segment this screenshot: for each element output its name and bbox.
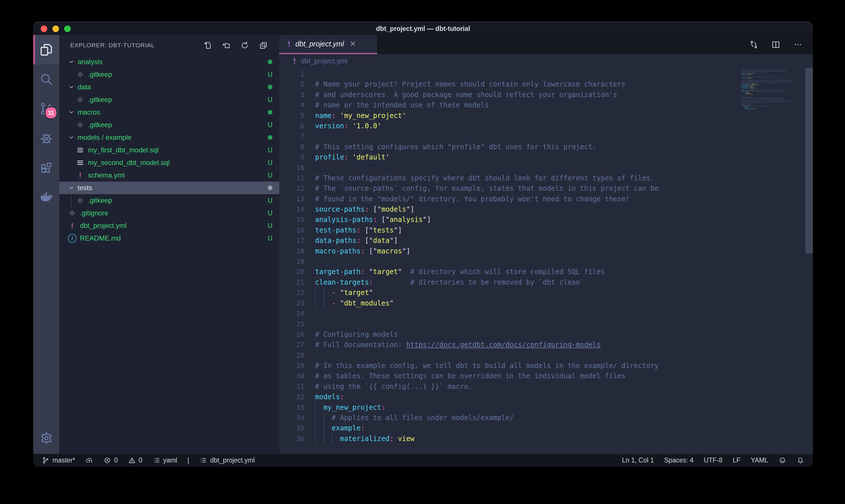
activity-settings-button[interactable] [33, 422, 59, 454]
code-line-10[interactable]: 10 [279, 163, 813, 173]
code-line-21[interactable]: 21clean-targets: # directories to be rem… [279, 277, 813, 288]
split-editor-button[interactable] [771, 40, 780, 49]
code-line-17[interactable]: 17data-paths: ["data"] [279, 235, 813, 246]
code-line-14[interactable]: 14source-paths: ["models"] [279, 204, 813, 215]
code-line-2[interactable]: 2# Name your project! Project names shou… [279, 79, 813, 89]
code-line-12[interactable]: 12# The `source-paths` config, for examp… [279, 183, 813, 194]
tree-item-label: .gitkeep [88, 96, 261, 104]
tree-row-dbt-project-yml[interactable]: !dbt_project.ymlU [59, 219, 279, 232]
status-left-master-[interactable]: master* [42, 456, 75, 464]
status-left-cloud-upload[interactable] [85, 456, 93, 464]
status-left-0[interactable]: 0 [103, 456, 118, 464]
code-line-3[interactable]: 3# and underscores. A good package name … [279, 90, 813, 100]
minimap[interactable]: # Name your project! Project names shoul… [742, 69, 803, 452]
tree-row--gitkeep[interactable]: .gitkeepU [59, 119, 279, 131]
status-right-smiley[interactable] [778, 456, 786, 464]
code-line-15[interactable]: 15analysis-paths: ["analysis"] [279, 215, 813, 225]
line-number: 24 [279, 308, 304, 319]
refresh-button[interactable] [240, 41, 249, 50]
breadcrumb[interactable]: ! dbt_project.yml [279, 54, 813, 68]
code-line-32[interactable]: 32models: [279, 392, 813, 402]
code-line-19[interactable]: 19 [279, 256, 813, 267]
status-left-yaml[interactable]: yaml [153, 456, 177, 464]
code-line-9[interactable]: 9profile: 'default' [279, 152, 813, 162]
tree-row-my-second-dbt-model-sql[interactable]: my_second_dbt_model.sqlU [59, 156, 279, 169]
new-file-button[interactable] [203, 41, 212, 50]
code-line-23[interactable]: 23 - "dbt_modules" [279, 298, 813, 308]
code-line-28[interactable]: 28 [279, 350, 813, 361]
code-editor[interactable]: 12# Name your project! Project names sho… [279, 68, 813, 454]
tree-row-my-first-dbt-model-sql[interactable]: my_first_dbt_model.sqlU [59, 144, 279, 156]
status-left: master*00yaml|dbt_project.yml [42, 456, 255, 464]
status-right-ln-1-col-1[interactable]: Ln 1, Col 1 [622, 456, 654, 464]
code-line-13[interactable]: 13# found in the "models/" directory. Yo… [279, 194, 813, 204]
code-line-1[interactable]: 1 [279, 69, 813, 79]
activity-extensions-button[interactable] [33, 153, 59, 182]
code-line-34[interactable]: 34 # Applies to all files under models/e… [279, 413, 813, 423]
tree-row-data[interactable]: data [59, 81, 279, 93]
tree-row--gitignore[interactable]: .gitignoreU [59, 207, 279, 219]
code-line-16[interactable]: 16test-paths: ["tests"] [279, 225, 813, 235]
line-number: 29 [279, 361, 304, 371]
code-line-7[interactable]: 7 [279, 131, 813, 142]
code-line-33[interactable]: 33 my_new_project: [279, 402, 813, 413]
code-line-18[interactable]: 18macro-paths: ["macros"] [279, 246, 813, 256]
tree-row-schema-yml[interactable]: !schema.ymlU [59, 169, 279, 182]
code-line-36[interactable]: 36 materialized: view [279, 434, 813, 444]
code-line-22[interactable]: 22 - "target" [279, 288, 813, 298]
git-file-icon [76, 196, 85, 205]
line-content: # using the `{{ config(...) }}` macro. [315, 381, 472, 392]
status-right-bell[interactable] [796, 456, 804, 464]
chevron-down-icon [68, 58, 75, 65]
tree-row-tests[interactable]: tests [59, 182, 279, 194]
activity-source-control-button[interactable]: 11 [33, 94, 59, 123]
code-line-24[interactable]: 24 [279, 308, 813, 319]
git-file-icon [68, 209, 76, 217]
status-right-yaml[interactable]: YAML [751, 456, 768, 464]
tree-row--gitkeep[interactable]: .gitkeepU [59, 68, 279, 81]
tree-row-models-example[interactable]: models / example [59, 131, 279, 144]
tree-row--gitkeep[interactable]: .gitkeepU [59, 194, 279, 207]
code-line-27[interactable]: 27# Full documentation: https://docs.get… [279, 340, 813, 350]
new-folder-button[interactable] [222, 41, 231, 50]
tree-row-readme-md[interactable]: iREADME.mdU [59, 232, 279, 245]
tree-row--gitkeep[interactable]: .gitkeepU [59, 93, 279, 106]
code-line-6[interactable]: 6version: '1.0.0' [279, 121, 813, 131]
close-tab-icon[interactable]: ✕ [350, 39, 356, 48]
status-right-spaces-4[interactable]: Spaces: 4 [664, 456, 694, 464]
code-line-11[interactable]: 11# These configurations specify where d… [279, 173, 813, 183]
status-right: Ln 1, Col 1Spaces: 4UTF-8LFYAML [622, 456, 805, 464]
code-line-25[interactable]: 25 [279, 319, 813, 329]
status-right-lf[interactable]: LF [733, 456, 740, 464]
tree-row-analysis[interactable]: analysis [59, 56, 279, 68]
activity-docker-button[interactable] [33, 182, 59, 212]
code-line-31[interactable]: 31# using the `{{ config(...) }}` macro. [279, 381, 813, 392]
code-line-26[interactable]: 26# Configuring models [279, 329, 813, 340]
tab-dbt-project-yml[interactable]: ! dbt_project.yml ✕ [279, 35, 377, 54]
code-line-20[interactable]: 20target-path: "target" # directory whic… [279, 267, 813, 277]
minimize-window-button[interactable] [52, 25, 59, 32]
zoom-window-button[interactable] [64, 25, 71, 32]
vertical-scrollbar[interactable] [806, 68, 813, 253]
line-number: 23 [279, 298, 304, 308]
git-untracked-badge: U [261, 121, 279, 129]
code-line-4[interactable]: 4# name or the intended use of these mod… [279, 100, 813, 110]
activity-debug-button[interactable] [33, 123, 59, 153]
git-untracked-badge: U [261, 172, 279, 179]
code-line-29[interactable]: 29# In this example config, we tell dbt … [279, 361, 813, 371]
more-actions-button[interactable] [793, 40, 803, 49]
collapse-all-button[interactable] [259, 41, 268, 50]
open-changes-button[interactable] [749, 40, 758, 49]
status-right-utf-8[interactable]: UTF-8 [704, 456, 722, 464]
code-line-35[interactable]: 35 example: [279, 423, 813, 433]
tree-row-macros[interactable]: macros [59, 106, 279, 119]
status-left-dbt-project-yml[interactable]: dbt_project.yml [199, 456, 255, 464]
code-line-5[interactable]: 5name: 'my_new_project' [279, 110, 813, 121]
activity-search-button[interactable] [33, 65, 59, 94]
close-window-button[interactable] [41, 25, 47, 32]
code-line-30[interactable]: 30# as tables. These settings can be ove… [279, 371, 813, 381]
activity-explorer-button[interactable] [33, 35, 59, 65]
status-left-0[interactable]: 0 [128, 456, 142, 464]
code-line-8[interactable]: 8# This setting configures which "profil… [279, 142, 813, 152]
status-item-label: dbt_project.yml [210, 456, 255, 464]
